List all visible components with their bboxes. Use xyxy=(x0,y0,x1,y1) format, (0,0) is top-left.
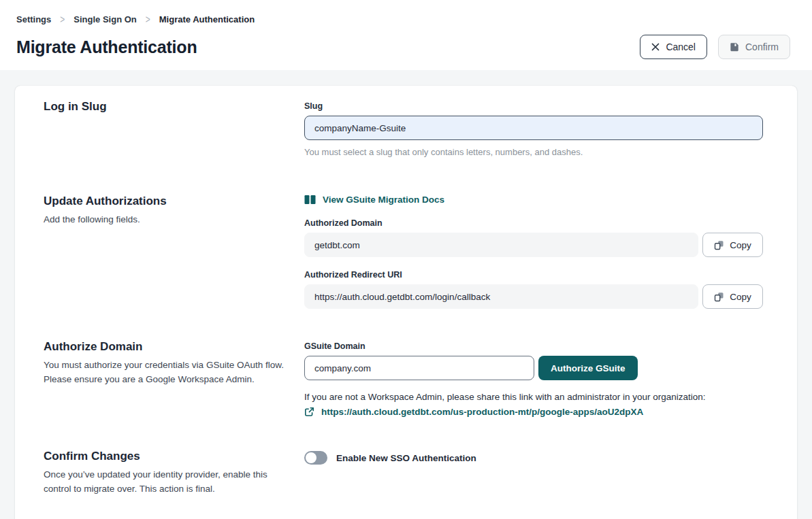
external-link-icon xyxy=(304,407,314,417)
breadcrumb-single-sign-on[interactable]: Single Sign On xyxy=(74,14,136,24)
section-heading-confirm-changes: Confirm Changes xyxy=(44,450,284,463)
chevron-right-icon: > xyxy=(146,13,150,25)
workspace-admin-note: If you are not a Workspace Admin, please… xyxy=(304,392,763,402)
authorize-domain-description: You must authorize your credentials via … xyxy=(44,358,284,387)
slug-input[interactable] xyxy=(304,116,763,140)
redirect-uri-label: Authorized Redirect URI xyxy=(304,270,763,280)
redirect-uri-value xyxy=(304,284,698,309)
section-heading-authorize-domain: Authorize Domain xyxy=(44,340,284,354)
toggle-knob xyxy=(306,452,316,463)
slug-field-label: Slug xyxy=(304,101,763,111)
confirm-changes-description: Once you’ve updated your identity provid… xyxy=(44,468,284,497)
copy-icon xyxy=(714,240,724,250)
breadcrumb-settings[interactable]: Settings xyxy=(16,14,51,24)
copy-authorized-domain-button[interactable]: Copy xyxy=(702,233,763,257)
page-header: Settings > Single Sign On > Migrate Auth… xyxy=(0,0,812,70)
confirm-button-label: Confirm xyxy=(745,41,779,52)
book-icon xyxy=(304,195,316,205)
chevron-right-icon: > xyxy=(60,13,65,25)
page-content: Log in Slug Slug You must select a slug … xyxy=(0,70,812,519)
enable-sso-toggle[interactable] xyxy=(304,451,327,465)
gsuite-migration-docs-link[interactable]: View GSuite Migration Docs xyxy=(304,195,444,205)
cancel-button-label: Cancel xyxy=(666,41,696,52)
gsuite-domain-input[interactable] xyxy=(304,356,534,380)
header-actions: Cancel Confirm xyxy=(640,35,790,59)
update-authorizations-description: Add the following fields. xyxy=(44,213,284,227)
cancel-button[interactable]: Cancel xyxy=(640,35,707,59)
authorize-gsuite-button[interactable]: Authorize GSuite xyxy=(538,356,638,380)
copy-button-label: Copy xyxy=(730,292,751,302)
enable-sso-toggle-label: Enable New SSO Authentication xyxy=(336,453,476,463)
migrate-auth-card: Log in Slug Slug You must select a slug … xyxy=(15,86,797,519)
section-heading-login-slug: Log in Slug xyxy=(44,100,284,114)
section-update-authorizations: Update Authorizations Add the following … xyxy=(44,195,763,309)
section-heading-update-authorizations: Update Authorizations xyxy=(44,195,284,208)
section-confirm-changes: Confirm Changes Once you’ve updated your… xyxy=(44,450,763,497)
authorized-domain-value xyxy=(304,233,698,257)
copy-redirect-uri-button[interactable]: Copy xyxy=(702,284,763,309)
copy-icon xyxy=(714,292,724,302)
section-login-slug: Log in Slug Slug You must select a slug … xyxy=(44,100,763,157)
authorized-domain-label: Authorized Domain xyxy=(304,218,763,228)
copy-button-label: Copy xyxy=(730,240,751,250)
slug-help-text: You must select a slug that only contain… xyxy=(304,147,763,157)
admin-share-link[interactable]: https://auth.cloud.getdbt.com/us-product… xyxy=(321,407,643,417)
breadcrumb: Settings > Single Sign On > Migrate Auth… xyxy=(16,14,790,24)
confirm-button[interactable]: Confirm xyxy=(718,35,790,59)
close-icon xyxy=(651,43,660,51)
gsuite-domain-label: GSuite Domain xyxy=(304,341,763,351)
page-title: Migrate Authentication xyxy=(16,37,197,57)
breadcrumb-migrate-authentication: Migrate Authentication xyxy=(159,14,255,24)
section-authorize-domain: Authorize Domain You must authorize your… xyxy=(44,340,763,417)
save-icon xyxy=(730,42,739,52)
gsuite-migration-docs-link-label: View GSuite Migration Docs xyxy=(323,195,444,205)
